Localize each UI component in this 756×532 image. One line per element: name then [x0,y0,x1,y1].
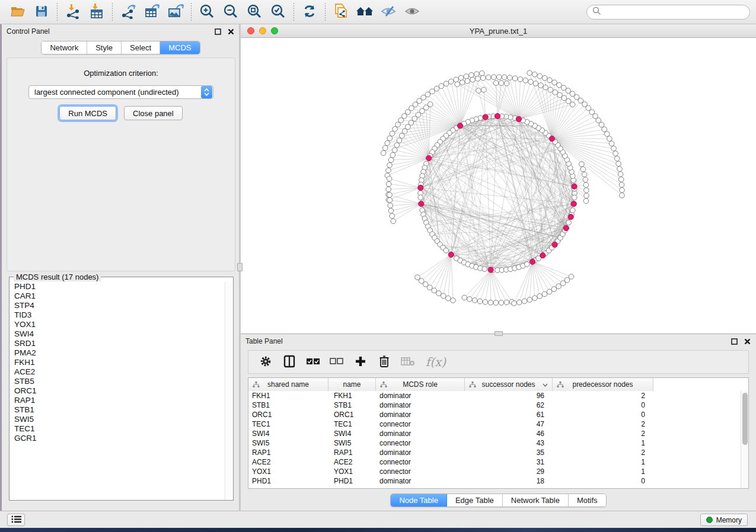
network-leaf-node[interactable] [551,287,557,292]
network-leaf-node[interactable] [583,182,589,188]
network-node[interactable] [482,267,487,272]
network-leaf-node[interactable] [516,300,522,305]
network-leaf-node[interactable] [464,74,469,79]
network-leaf-node[interactable] [527,70,532,76]
network-leaf-node[interactable] [381,150,386,156]
network-leaf-node[interactable] [462,295,467,300]
table-scrollbar[interactable] [741,391,748,488]
network-leaf-node[interactable] [499,81,504,86]
network-leaf-node[interactable] [537,73,543,79]
network-leaf-node[interactable] [557,82,562,88]
mcds-result-item[interactable]: STB5 [10,377,225,386]
mcds-hub-node[interactable] [572,184,577,189]
network-leaf-node[interactable] [556,284,562,289]
network-leaf-node[interactable] [388,203,393,209]
tab-select[interactable]: Select [122,41,160,54]
network-leaf-node[interactable] [493,300,499,306]
network-leaf-node[interactable] [512,301,517,306]
network-leaf-node[interactable] [566,88,571,94]
table-row[interactable]: ORC1ORC1dominator610 [248,410,741,419]
table-row[interactable]: SWI5SWI5connector431 [248,438,741,448]
network-leaf-node[interactable] [458,75,464,81]
hide-selected-button[interactable] [377,2,400,22]
zoom-in-button[interactable] [195,2,219,22]
network-leaf-node[interactable] [547,78,553,83]
network-leaf-node[interactable] [547,289,552,294]
network-leaf-node[interactable] [393,126,398,132]
network-leaf-node[interactable] [386,181,391,187]
import-network-button[interactable] [61,2,85,22]
network-leaf-node[interactable] [409,120,414,126]
network-leaf-node[interactable] [483,300,488,305]
first-neighbors-button[interactable] [353,2,377,22]
network-leaf-node[interactable] [618,172,623,177]
network-leaf-node[interactable] [394,143,400,148]
table-scrollbar-thumb[interactable] [742,393,748,445]
mcds-result-item[interactable]: RAP1 [10,396,225,405]
mcds-hub-node[interactable] [419,201,424,206]
network-leaf-node[interactable] [474,72,480,77]
network-leaf-node[interactable] [402,129,407,134]
network-leaf-node[interactable] [496,75,502,80]
mcds-hub-node[interactable] [540,253,546,258]
network-node[interactable] [566,220,572,225]
mcds-hub-node[interactable] [549,136,554,141]
network-leaf-node[interactable] [569,274,574,280]
table-row[interactable]: RAP1RAP1dominator352 [248,448,741,457]
network-leaf-node[interactable] [465,78,470,84]
table-row[interactable]: SWI4SWI4dominator462 [248,429,741,438]
network-leaf-node[interactable] [604,132,610,137]
network-leaf-node[interactable] [532,72,537,77]
search-input[interactable] [604,8,744,17]
network-leaf-node[interactable] [451,298,456,303]
network-leaf-node[interactable] [386,168,391,173]
network-node[interactable] [418,195,423,200]
float-panel-button[interactable] [213,27,222,36]
network-leaf-node[interactable] [388,158,394,163]
network-leaf-node[interactable] [579,162,585,167]
network-leaf-node[interactable] [618,177,624,182]
network-leaf-node[interactable] [486,75,491,80]
network-leaf-node[interactable] [512,76,518,81]
mcds-result-item[interactable]: TID3 [10,310,225,320]
horizontal-splitter-handle[interactable] [495,331,503,336]
network-leaf-node[interactable] [532,296,537,301]
network-leaf-node[interactable] [542,75,547,81]
network-leaf-node[interactable] [553,90,558,95]
network-leaf-node[interactable] [395,122,401,127]
export-network-button[interactable] [116,2,140,22]
show-column-button[interactable] [280,353,298,371]
column-header-shared-name[interactable]: shared name [248,378,328,391]
mcds-result-item[interactable]: STB1 [10,405,225,415]
network-node[interactable] [524,262,529,267]
task-history-button[interactable] [7,514,25,526]
network-leaf-node[interactable] [390,213,395,219]
save-session-button[interactable] [30,2,53,22]
network-node[interactable] [570,208,575,213]
network-leaf-node[interactable] [385,140,390,146]
tab-motifs[interactable]: Motifs [569,494,606,507]
mcds-hub-node[interactable] [516,116,521,121]
network-leaf-node[interactable] [504,81,509,86]
mcds-hub-node[interactable] [457,123,462,129]
network-leaf-node[interactable] [523,78,528,83]
network-leaf-node[interactable] [543,85,548,90]
network-leaf-node[interactable] [472,298,477,303]
network-leaf-node[interactable] [562,95,567,101]
column-header-name[interactable]: name [328,378,376,391]
network-leaf-node[interactable] [392,148,397,153]
network-node[interactable] [572,195,577,200]
mcds-result-item[interactable]: YOX1 [10,320,225,329]
network-leaf-node[interactable] [538,83,544,88]
network-leaf-node[interactable] [566,98,571,104]
network-leaf-node[interactable] [557,92,563,98]
network-leaf-node[interactable] [570,91,575,97]
network-leaf-node[interactable] [467,297,473,302]
network-leaf-node[interactable] [476,88,481,94]
network-leaf-node[interactable] [481,87,487,92]
mcds-result-item[interactable]: SRD1 [10,339,225,348]
mcds-hub-node[interactable] [483,114,488,120]
network-leaf-node[interactable] [528,79,534,85]
network-leaf-node[interactable] [386,187,391,192]
network-leaf-node[interactable] [583,198,589,204]
